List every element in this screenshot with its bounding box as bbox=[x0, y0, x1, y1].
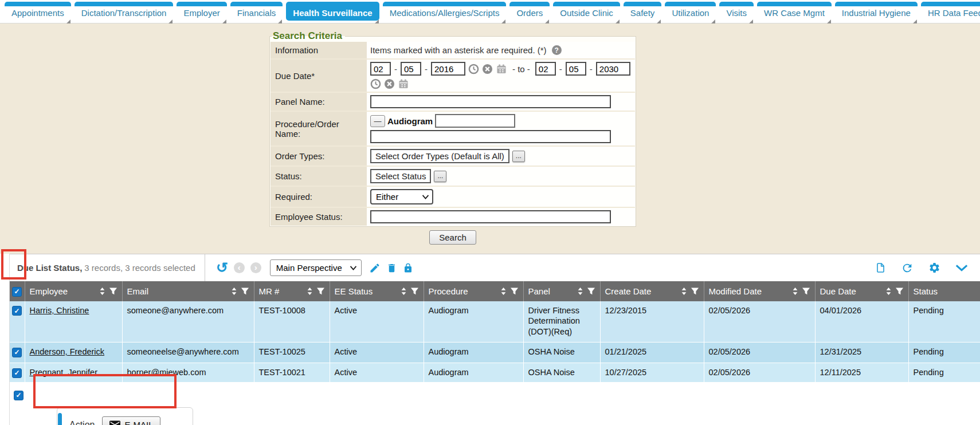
tab-medications-allergies-scripts[interactable]: Medications/Allergies/Scripts bbox=[383, 2, 507, 21]
edit-perspective-icon[interactable] bbox=[369, 262, 381, 274]
new-document-icon[interactable] bbox=[875, 262, 886, 274]
tab-appointments[interactable]: Appointments bbox=[5, 2, 71, 21]
sort-icon[interactable] bbox=[99, 287, 105, 296]
procedure-chip-input[interactable] bbox=[435, 114, 515, 128]
delete-perspective-icon[interactable] bbox=[386, 262, 397, 274]
column-header-employee[interactable]: Employee bbox=[25, 281, 122, 301]
tab-outside-clinic[interactable]: Outside Clinic bbox=[553, 2, 620, 21]
filter-funnel-icon[interactable] bbox=[802, 287, 810, 296]
sort-icon[interactable] bbox=[401, 287, 407, 296]
column-header-modified-date[interactable]: Modified Date bbox=[704, 281, 815, 301]
due-date-cell: 12/11/2025 bbox=[815, 363, 908, 383]
tab-menu-fold-icon bbox=[545, 19, 549, 23]
lock-perspective-icon[interactable] bbox=[403, 262, 413, 274]
search-button[interactable]: Search bbox=[429, 230, 476, 245]
sort-icon[interactable] bbox=[231, 287, 237, 296]
row-checkbox[interactable]: ✓ bbox=[12, 368, 22, 378]
status-row: Status: Select Status ... bbox=[271, 167, 635, 187]
tab-hr-data-feed[interactable]: HR Data Feed bbox=[921, 2, 980, 21]
clear-date-icon[interactable] bbox=[482, 64, 493, 74]
order-types-browse-button[interactable]: ... bbox=[512, 151, 525, 162]
tab-employer[interactable]: Employer bbox=[177, 2, 226, 21]
due-date-to-day-input[interactable] bbox=[566, 62, 586, 76]
collapse-chevron-icon[interactable] bbox=[955, 264, 968, 272]
calendar-icon[interactable] bbox=[398, 78, 409, 89]
filter-funnel-icon[interactable] bbox=[587, 287, 595, 296]
employee-status-input[interactable] bbox=[370, 210, 611, 223]
information-row: Information Items marked with an asteris… bbox=[271, 42, 635, 60]
create-date-cell: 01/21/2025 bbox=[600, 343, 704, 363]
status-label: Status: bbox=[271, 167, 367, 186]
ee-status-cell: Active bbox=[330, 363, 424, 383]
calendar-icon[interactable] bbox=[496, 64, 507, 74]
remove-procedure-button[interactable]: — bbox=[370, 115, 385, 127]
selected-procedure-name: Audiogram bbox=[387, 116, 433, 126]
footer-select-checkbox[interactable]: ✓ bbox=[14, 391, 23, 400]
create-date-cell: 10/27/2025 bbox=[600, 363, 704, 383]
refresh-icon[interactable] bbox=[901, 262, 914, 274]
due-date-from-month-input[interactable] bbox=[370, 62, 391, 76]
sort-icon[interactable] bbox=[792, 287, 798, 296]
tab-industrial-hygiene[interactable]: Industrial Hygiene bbox=[835, 2, 918, 21]
email-button[interactable]: E-MAIL bbox=[102, 416, 160, 425]
tab-wr-case-mgmt[interactable]: WR Case Mgmt bbox=[757, 2, 832, 21]
create-date-cell: 12/23/2015 bbox=[600, 301, 704, 343]
due-date-to-month-input[interactable] bbox=[535, 62, 556, 76]
required-select[interactable]: Either bbox=[370, 189, 433, 204]
filter-funnel-icon[interactable] bbox=[510, 287, 519, 296]
clock-icon[interactable] bbox=[468, 64, 479, 74]
filter-funnel-icon[interactable] bbox=[410, 287, 419, 296]
next-perspective-icon[interactable]: › bbox=[250, 262, 261, 273]
required-label: Required: bbox=[271, 187, 367, 207]
undo-icon[interactable]: ↺ bbox=[216, 261, 228, 275]
column-header-create-date[interactable]: Create Date bbox=[600, 281, 704, 301]
due-date-to-year-input[interactable] bbox=[596, 62, 630, 76]
due-date-cell: 12/31/2025 bbox=[815, 343, 908, 363]
clear-date-icon[interactable] bbox=[384, 78, 395, 89]
tab-orders[interactable]: Orders bbox=[509, 2, 550, 21]
filter-funnel-icon[interactable] bbox=[109, 287, 117, 296]
column-header-ee-status[interactable]: EE Status bbox=[330, 281, 424, 301]
procedure-order-name-input[interactable] bbox=[370, 130, 611, 143]
due-date-from-year-input[interactable] bbox=[431, 62, 465, 76]
sort-icon[interactable] bbox=[885, 287, 892, 296]
clock-icon[interactable] bbox=[370, 78, 381, 89]
filter-funnel-icon[interactable] bbox=[895, 287, 904, 296]
row-checkbox[interactable]: ✓ bbox=[12, 348, 22, 357]
sort-icon[interactable] bbox=[307, 287, 313, 296]
column-header-panel[interactable]: Panel bbox=[523, 281, 600, 301]
tab-visits[interactable]: Visits bbox=[719, 2, 754, 21]
column-header-mr[interactable]: MR # bbox=[254, 281, 330, 301]
previous-perspective-icon[interactable]: ‹ bbox=[234, 262, 245, 273]
sort-icon[interactable] bbox=[500, 287, 507, 296]
column-header-email[interactable]: Email bbox=[122, 281, 254, 301]
tab-menu-fold-icon bbox=[827, 19, 831, 23]
tab-menu-fold-icon bbox=[501, 19, 505, 23]
tab-utilization[interactable]: Utilization bbox=[665, 2, 716, 21]
filter-funnel-icon[interactable] bbox=[316, 287, 325, 296]
gear-icon[interactable] bbox=[928, 262, 940, 274]
select-all-checkbox[interactable]: ✓ bbox=[12, 287, 22, 297]
column-header-procedure[interactable]: Procedure bbox=[424, 281, 523, 301]
mr-cell: TEST-10025 bbox=[254, 343, 330, 363]
employee-link[interactable]: Pregnant, Jennifer bbox=[30, 368, 98, 377]
row-checkbox[interactable]: ✓ bbox=[12, 306, 22, 316]
due-date-from-day-input[interactable] bbox=[401, 62, 421, 76]
sort-icon[interactable] bbox=[681, 287, 687, 296]
panel-name-input[interactable] bbox=[370, 95, 611, 108]
column-header-status[interactable]: Status bbox=[908, 281, 980, 301]
tab-menu-fold-icon bbox=[278, 19, 282, 23]
sort-icon[interactable] bbox=[577, 287, 583, 296]
tab-dictation-transcription[interactable]: Dictation/Transcription bbox=[75, 2, 174, 21]
tab-financials[interactable]: Financials bbox=[230, 2, 283, 21]
tab-health-surveillance[interactable]: Health Surveillance bbox=[286, 2, 379, 21]
column-header-due-date[interactable]: Due Date bbox=[815, 281, 908, 301]
employee-link[interactable]: Anderson, Frederick bbox=[30, 347, 105, 356]
perspective-select[interactable]: Main Perspective bbox=[270, 259, 362, 276]
status-browse-button[interactable]: ... bbox=[434, 171, 446, 182]
help-icon[interactable]: ? bbox=[552, 45, 562, 55]
filter-funnel-icon[interactable] bbox=[241, 287, 249, 296]
employee-link[interactable]: Harris, Christine bbox=[30, 306, 89, 315]
tab-safety[interactable]: Safety bbox=[624, 2, 662, 21]
filter-funnel-icon[interactable] bbox=[691, 287, 699, 296]
